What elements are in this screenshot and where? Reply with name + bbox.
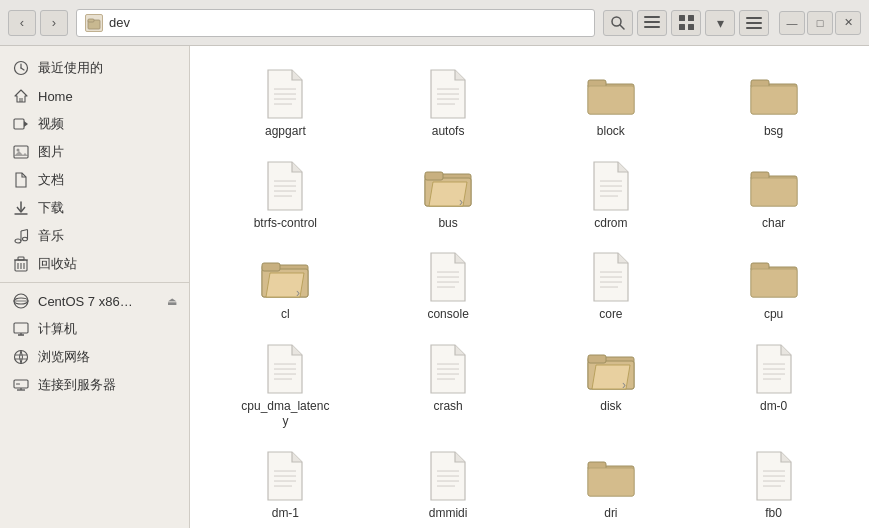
close-button[interactable]: ✕ [835, 11, 861, 35]
list-view-button[interactable] [637, 10, 667, 36]
computer-icon [12, 320, 30, 338]
sidebar-item-videos[interactable]: 视频 [0, 110, 189, 138]
file-item[interactable]: dri [532, 444, 691, 528]
sidebar-item-computer[interactable]: 计算机 [0, 315, 189, 343]
folder-open-icon: › [585, 343, 637, 395]
svg-point-44 [15, 351, 28, 364]
file-name: btrfs-control [254, 216, 317, 232]
file-item[interactable]: cpu_dma_latency [206, 337, 365, 436]
file-item[interactable]: btrfs-control [206, 154, 365, 238]
doc-icon [422, 343, 474, 395]
location-text: dev [109, 15, 130, 30]
svg-rect-80 [751, 178, 797, 206]
sidebar-label-centos: CentOS 7 x86… [38, 294, 159, 309]
file-item[interactable]: › bus [369, 154, 528, 238]
file-item[interactable]: fb0 [694, 444, 853, 528]
grid-view-button[interactable] [671, 10, 701, 36]
file-area: agpgart autofs block bsg btrfs-control [190, 46, 869, 528]
sidebar-item-home[interactable]: Home [0, 82, 189, 110]
file-name: disk [600, 399, 621, 415]
svg-text:›: › [296, 286, 300, 299]
sidebar-item-documents[interactable]: 文档 [0, 166, 189, 194]
file-item[interactable]: dm-1 [206, 444, 365, 528]
documents-icon [12, 171, 30, 189]
svg-rect-19 [19, 98, 23, 102]
forward-button[interactable]: › [40, 10, 68, 36]
doc-icon [422, 68, 474, 120]
file-name: agpgart [265, 124, 306, 140]
file-grid: agpgart autofs block bsg btrfs-control [206, 62, 853, 528]
file-item[interactable]: cpu [694, 245, 853, 329]
sidebar-item-centos[interactable]: CentOS 7 x86… ⏏ [0, 287, 189, 315]
svg-rect-9 [688, 15, 694, 21]
minimize-button[interactable]: — [779, 11, 805, 35]
file-item[interactable]: console [369, 245, 528, 329]
svg-point-27 [15, 239, 21, 243]
search-button[interactable] [603, 10, 633, 36]
svg-rect-41 [14, 323, 28, 333]
titlebar: ‹ › dev [0, 0, 869, 46]
sidebar-label-documents: 文档 [38, 171, 177, 189]
sidebar-item-connect[interactable]: 连接到服务器 [0, 371, 189, 399]
file-item[interactable]: crash [369, 337, 528, 436]
sidebar-item-downloads[interactable]: 下载 [0, 194, 189, 222]
svg-rect-13 [746, 22, 762, 24]
svg-rect-10 [679, 24, 685, 30]
folder-icon [748, 160, 800, 212]
svg-rect-71 [425, 172, 443, 180]
file-name: bus [438, 216, 457, 232]
maximize-button[interactable]: □ [807, 11, 833, 35]
sidebar-item-trash[interactable]: 回收站 [0, 250, 189, 278]
file-item[interactable]: bsg [694, 62, 853, 146]
sidebar-item-music[interactable]: 音乐 [0, 222, 189, 250]
music-icon [12, 227, 30, 245]
svg-rect-83 [262, 263, 280, 271]
file-item[interactable]: autofs [369, 62, 528, 146]
sidebar-item-network[interactable]: 浏览网络 [0, 343, 189, 371]
file-name: block [597, 124, 625, 140]
sidebar-label-trash: 回收站 [38, 255, 177, 273]
file-item[interactable]: core [532, 245, 691, 329]
file-name: cpu [764, 307, 783, 323]
file-name: dri [604, 506, 617, 522]
sort-button[interactable]: ▾ [705, 10, 735, 36]
location-bar[interactable]: dev [76, 9, 595, 37]
svg-text:›: › [622, 378, 626, 391]
svg-line-30 [21, 230, 28, 232]
location-icon [85, 14, 103, 32]
svg-line-3 [620, 25, 624, 29]
svg-rect-107 [588, 355, 606, 363]
file-name: char [762, 216, 785, 232]
svg-rect-12 [746, 17, 762, 19]
file-item[interactable]: › disk [532, 337, 691, 436]
svg-rect-34 [18, 257, 24, 260]
file-item[interactable]: char [694, 154, 853, 238]
svg-marker-21 [24, 121, 28, 127]
file-name: cl [281, 307, 290, 323]
sidebar-label-recent: 最近使用的 [38, 59, 177, 77]
doc-icon [422, 251, 474, 303]
sidebar-item-pictures[interactable]: 图片 [0, 138, 189, 166]
file-item[interactable]: dm-0 [694, 337, 853, 436]
file-item[interactable]: › cl [206, 245, 365, 329]
svg-point-28 [23, 237, 28, 241]
file-item[interactable]: cdrom [532, 154, 691, 238]
doc-icon [748, 343, 800, 395]
file-name: autofs [432, 124, 465, 140]
trash-icon [12, 255, 30, 273]
svg-marker-24 [14, 151, 28, 156]
file-item[interactable]: block [532, 62, 691, 146]
sidebar-label-downloads: 下载 [38, 199, 177, 217]
eject-icon[interactable]: ⏏ [167, 295, 177, 308]
sidebar-item-recent[interactable]: 最近使用的 [0, 54, 189, 82]
file-item[interactable]: dmmidi [369, 444, 528, 528]
svg-rect-20 [14, 119, 24, 129]
back-button[interactable]: ‹ [8, 10, 36, 36]
svg-rect-96 [751, 269, 797, 297]
folder-icon [585, 68, 637, 120]
file-item[interactable]: agpgart [206, 62, 365, 146]
svg-rect-8 [679, 15, 685, 21]
svg-rect-6 [644, 26, 660, 28]
file-name: console [427, 307, 468, 323]
menu-button[interactable] [739, 10, 769, 36]
